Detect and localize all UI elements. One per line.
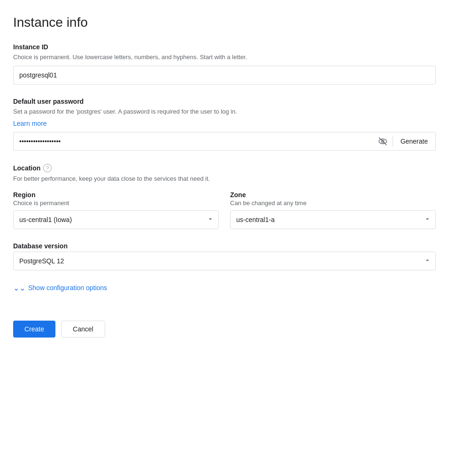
password-input[interactable] xyxy=(14,132,373,150)
chevron-double-icon: ⌄⌄ xyxy=(13,284,25,292)
svg-line-2 xyxy=(379,138,387,146)
password-description: Set a password for the 'postgres' user. … xyxy=(13,107,436,116)
location-section: Location ? For better performance, keep … xyxy=(13,164,436,229)
generate-button[interactable]: Generate xyxy=(393,132,435,150)
action-row: Create Cancel xyxy=(13,321,436,338)
show-config-label: Show configuration options xyxy=(28,284,107,292)
show-configuration-link[interactable]: ⌄⌄ Show configuration options xyxy=(13,284,107,292)
location-label: Location xyxy=(13,164,40,172)
learn-more-link[interactable]: Learn more xyxy=(13,120,47,127)
database-version-section: Database version PostgreSQL 12 PostgreSQ… xyxy=(13,242,436,270)
region-col: Region Choice is permanent us-central1 (… xyxy=(13,191,219,229)
region-zone-row: Region Choice is permanent us-central1 (… xyxy=(13,191,436,229)
instance-id-description: Choice is permanent. Use lowercase lette… xyxy=(13,53,436,62)
create-button[interactable]: Create xyxy=(13,321,55,338)
location-header: Location ? xyxy=(13,164,436,172)
region-select-wrapper: us-central1 (Iowa) us-east1 us-west1 eur… xyxy=(13,210,219,229)
database-version-select[interactable]: PostgreSQL 12 PostgreSQL 11 PostgreSQL 1… xyxy=(13,252,436,270)
instance-id-section: Instance ID Choice is permanent. Use low… xyxy=(13,43,436,84)
zone-label: Zone xyxy=(230,191,436,199)
location-description: For better performance, keep your data c… xyxy=(13,174,436,184)
zone-col: Zone Can be changed at any time us-centr… xyxy=(230,191,436,229)
password-label: Default user password xyxy=(13,98,436,105)
password-section: Default user password Set a password for… xyxy=(13,98,436,151)
region-label: Region xyxy=(13,191,219,199)
region-description: Choice is permanent xyxy=(13,200,219,207)
instance-id-input[interactable] xyxy=(13,66,436,84)
database-version-label: Database version xyxy=(13,242,436,250)
location-help-icon[interactable]: ? xyxy=(43,164,52,172)
show-config-row: ⌄⌄ Show configuration options xyxy=(13,284,436,307)
zone-select[interactable]: us-central1-a us-central1-b us-central1-… xyxy=(230,210,436,229)
page-title: Instance info xyxy=(13,15,436,30)
eye-icon xyxy=(378,136,388,146)
instance-id-label: Instance ID xyxy=(13,43,436,51)
zone-select-wrapper: us-central1-a us-central1-b us-central1-… xyxy=(230,210,436,229)
toggle-password-button[interactable] xyxy=(373,136,393,146)
cancel-button[interactable]: Cancel xyxy=(61,321,105,338)
zone-description: Can be changed at any time xyxy=(230,200,436,207)
db-version-select-wrapper: PostgreSQL 12 PostgreSQL 11 PostgreSQL 1… xyxy=(13,252,436,270)
region-select[interactable]: us-central1 (Iowa) us-east1 us-west1 eur… xyxy=(13,210,219,229)
password-wrapper: Generate xyxy=(13,132,436,151)
